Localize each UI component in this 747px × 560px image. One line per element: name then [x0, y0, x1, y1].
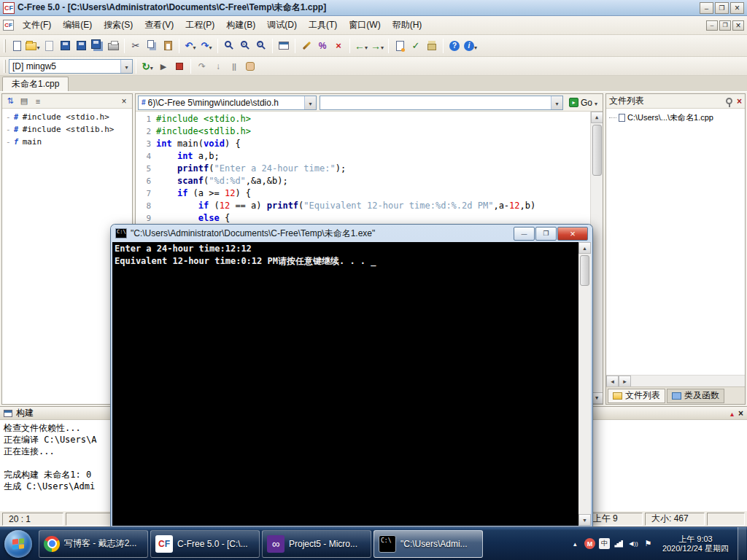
hidden-icons-icon[interactable] — [570, 538, 581, 549]
code-line[interactable]: 9 else { — [136, 212, 590, 225]
symbol-item[interactable]: #include <stdlib.h> — [2, 123, 132, 136]
new-project-icon[interactable] — [392, 38, 408, 54]
mdi-minimize-button[interactable] — [706, 20, 718, 31]
tab-unnamed1-cpp[interactable]: 未命名1.cpp — [2, 77, 69, 91]
navigate-back-icon[interactable] — [353, 38, 369, 54]
input-method-icon[interactable] — [599, 538, 610, 549]
show-desktop-button[interactable] — [738, 527, 746, 560]
compile-icon[interactable] — [408, 38, 424, 54]
dropdown-arrow-icon[interactable] — [304, 96, 316, 109]
pin-icon[interactable] — [726, 98, 732, 104]
close-panel-icon[interactable] — [737, 96, 742, 106]
console-client-area[interactable]: Enter a 24-hour time:12:12Equivalent 12-… — [112, 242, 591, 526]
minimize-button[interactable] — [700, 2, 713, 14]
console-minimize-button[interactable] — [514, 227, 535, 241]
maximize-button[interactable] — [715, 2, 729, 14]
close-button[interactable] — [730, 2, 744, 14]
menu-item[interactable]: 编辑(E) — [57, 17, 98, 34]
title-bar[interactable]: C-Free 5.0 - [C:\Users\Administrator\Doc… — [0, 0, 747, 16]
rebuild-icon[interactable] — [139, 58, 155, 74]
menu-item[interactable]: 查看(V) — [139, 17, 179, 34]
toolbar-grip[interactable] — [4, 60, 6, 73]
dropdown-arrow-icon[interactable] — [551, 96, 562, 109]
taskbar-button[interactable]: "C:\Users\Admi... — [374, 530, 483, 558]
close-panel-icon[interactable] — [118, 96, 130, 107]
step-over-icon[interactable] — [194, 58, 210, 74]
menu-item[interactable]: 文件(F) — [17, 17, 57, 34]
group-view-icon[interactable] — [18, 96, 30, 107]
code-line[interactable]: 5 printf("Enter a 24-hour time:"); — [136, 163, 590, 175]
code-line[interactable]: 7 if (a >= 12) { — [136, 187, 590, 200]
scroll-up-icon[interactable] — [578, 242, 591, 254]
console-maximize-button[interactable] — [535, 227, 557, 241]
find-in-files-icon[interactable] — [253, 38, 269, 54]
scroll-right-icon[interactable] — [619, 376, 631, 387]
action-center-icon[interactable] — [643, 538, 654, 549]
code-line[interactable]: 8 if (12 == a) printf("Equivalent 12-hou… — [136, 200, 590, 212]
stop-build-icon[interactable] — [330, 38, 347, 54]
save-icon[interactable] — [57, 38, 73, 54]
code-line[interactable]: 2#include<stdlib.h> — [136, 125, 590, 138]
scroll-down-icon[interactable] — [578, 514, 591, 526]
mdi-close-button[interactable] — [732, 20, 744, 31]
menu-item[interactable]: 帮助(H) — [387, 17, 428, 34]
sort-icon[interactable] — [4, 96, 16, 107]
build-options-icon[interactable] — [314, 38, 330, 54]
code-line[interactable]: 6 scanf("%d:%d",&a,&b); — [136, 175, 590, 187]
menu-item[interactable]: 构建(B) — [220, 17, 261, 34]
scroll-up-icon[interactable] — [591, 112, 603, 123]
format-icon[interactable] — [298, 38, 314, 54]
undo-icon[interactable] — [182, 38, 198, 54]
code-line[interactable]: 1#include <stdio.h> — [136, 113, 590, 125]
menu-item[interactable]: 窗口(W) — [343, 17, 386, 34]
step-into-icon[interactable] — [210, 58, 226, 74]
menu-item[interactable]: 工具(T) — [303, 17, 343, 34]
taskbar-button[interactable]: Project5 - Micro... — [262, 530, 371, 558]
symbol-item[interactable]: #include <stdio.h> — [2, 111, 132, 123]
close-file-icon[interactable] — [41, 38, 57, 54]
file-panel-hscrollbar[interactable] — [606, 375, 745, 386]
find-next-icon[interactable] — [237, 38, 253, 54]
window-list-icon[interactable] — [276, 38, 292, 54]
scroll-thumb[interactable] — [592, 125, 602, 176]
tab-file-list[interactable]: 文件列表 — [608, 389, 665, 403]
start-button[interactable] — [4, 530, 32, 558]
float-pane-icon[interactable] — [730, 408, 734, 419]
pause-icon[interactable] — [226, 58, 242, 74]
code-line[interactable]: 4 int a,b; — [136, 150, 590, 163]
goto-combo[interactable] — [320, 96, 563, 110]
network-icon[interactable] — [614, 538, 624, 549]
navigate-forward-icon[interactable] — [369, 38, 385, 54]
about-icon[interactable] — [462, 38, 479, 54]
find-icon[interactable] — [221, 38, 237, 54]
copy-icon[interactable] — [144, 38, 160, 54]
save-as-icon[interactable] — [73, 38, 89, 54]
tray-app-icon[interactable] — [584, 538, 595, 549]
dropdown-arrow-icon[interactable] — [595, 98, 597, 108]
mdi-restore-button[interactable] — [719, 20, 731, 31]
taskbar-button[interactable]: C-Free 5.0 - [C:\... — [150, 530, 260, 558]
file-tree-item[interactable]: C:\Users\...\未命名1.cpp — [606, 109, 745, 123]
new-file-icon[interactable] — [9, 38, 25, 54]
console-scrollbar[interactable] — [578, 242, 591, 526]
console-window[interactable]: "C:\Users\Administrator\Documents\C-Free… — [111, 225, 592, 527]
scroll-left-icon[interactable] — [606, 376, 619, 387]
scroll-thumb[interactable] — [580, 255, 589, 286]
package-icon[interactable] — [424, 38, 440, 54]
code-line[interactable]: 3int main(void) { — [136, 138, 590, 150]
symbol-nav-combo[interactable]: 6)\C-Free 5\mingw\include\stdio.h — [138, 96, 317, 110]
redo-icon[interactable] — [198, 38, 214, 54]
console-close-button[interactable] — [557, 227, 588, 241]
stop-run-icon[interactable] — [171, 58, 187, 74]
close-pane-icon[interactable] — [738, 408, 743, 419]
cut-icon[interactable] — [128, 38, 144, 54]
symbol-item[interactable]: main — [2, 136, 132, 148]
help-icon[interactable] — [446, 38, 462, 54]
go-button[interactable]: Go — [566, 96, 600, 110]
build-config-combo[interactable]: [D] mingw5 — [9, 59, 133, 74]
taskbar-button[interactable]: 写博客 - 戴志涛2... — [39, 530, 148, 558]
menu-item[interactable]: 调试(D) — [261, 17, 303, 34]
dropdown-arrow-icon[interactable] — [120, 60, 132, 73]
print-icon[interactable] — [105, 38, 121, 54]
save-all-icon[interactable] — [89, 38, 105, 54]
